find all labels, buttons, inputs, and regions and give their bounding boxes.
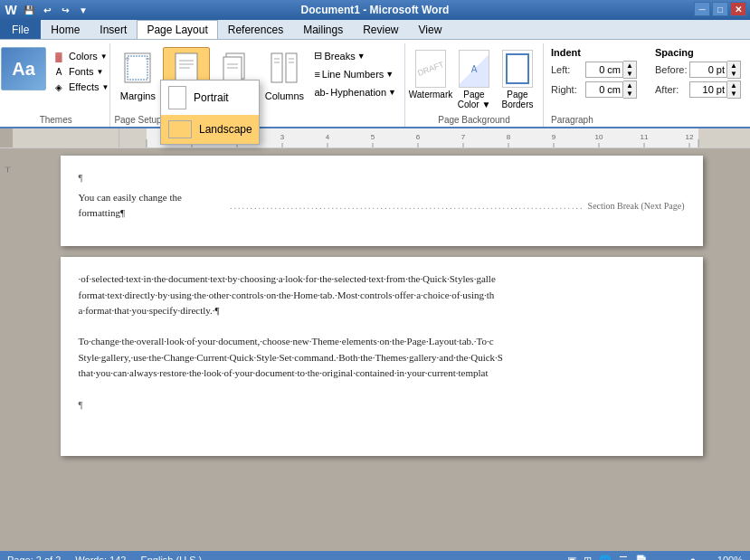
undo-button[interactable]: ↩ [40, 3, 54, 17]
page-background-group: DRAFT Watermark A Page Color ▼ Page Bord… [405, 43, 544, 127]
spacing-before-spinner-buttons: ▲ ▼ [727, 61, 741, 79]
effects-button[interactable]: ◈ Effects ▼ [50, 80, 110, 94]
ribbon-tabs: File Home Insert Page Layout References … [0, 20, 750, 40]
section-break-dots: ........................................… [230, 199, 584, 213]
page2-para2: To·change·the·overall·look·of·your·docum… [79, 334, 685, 382]
indent-left-row: Left: ▲ ▼ [551, 61, 637, 79]
landscape-option[interactable]: Landscape [161, 115, 259, 144]
close-button[interactable]: ✕ [730, 2, 746, 16]
view-mode-outline[interactable]: ☰ [619, 555, 628, 561]
indent-right-spinner: ▲ ▼ [585, 81, 637, 99]
save-button[interactable]: 💾 [22, 3, 36, 17]
svg-text:3: 3 [280, 133, 285, 141]
svg-rect-21 [698, 128, 750, 147]
customize-qat[interactable]: ▼ [76, 3, 90, 17]
indent-left-label: Left: [551, 64, 582, 75]
svg-text:9: 9 [552, 133, 556, 141]
zoom-slider[interactable]: ─────●── [655, 555, 710, 560]
view-mode-full[interactable]: ⊞ [584, 555, 592, 561]
redo-button[interactable]: ↪ [58, 3, 72, 17]
doc-left-margin: ⊢ [0, 148, 13, 551]
word-icon: W [4, 3, 18, 17]
tab-insert[interactable]: Insert [90, 20, 137, 39]
spacing-after-label: After: [655, 84, 686, 95]
window-title: Document1 - Microsoft Word [301, 4, 450, 16]
indent-left-down[interactable]: ▼ [623, 70, 636, 78]
breaks-button[interactable]: ⊟ Breaks ▼ [309, 47, 401, 64]
svg-text:5: 5 [371, 133, 375, 141]
minimize-button[interactable]: ─ [694, 2, 710, 16]
indent-left-spinner-buttons: ▲ ▼ [623, 61, 637, 79]
page-borders-label: Page Borders [501, 90, 533, 109]
svg-text:8: 8 [507, 133, 511, 141]
spacing-section-label: Spacing [655, 47, 741, 58]
line-numbers-icon: ≡ [314, 69, 319, 80]
line-numbers-button[interactable]: ≡ Line Numbers ▼ [309, 66, 401, 82]
tab-view[interactable]: View [409, 20, 452, 39]
svg-text:11: 11 [641, 133, 649, 141]
zoom-level: 100% [717, 555, 743, 560]
margins-button[interactable]: Margins [114, 47, 161, 107]
margins-icon [123, 52, 152, 89]
page-info: Page: 2 of 2 [7, 555, 61, 560]
ruler: 1 2 3 4 5 6 7 8 9 10 11 [0, 128, 750, 148]
spacing-after-row: After: ▲ ▼ [655, 81, 741, 99]
tab-mailings[interactable]: Mailings [293, 20, 353, 39]
indent-left-input[interactable] [585, 62, 623, 78]
view-mode-print[interactable]: ▣ [567, 555, 576, 561]
fonts-dropdown-arrow: ▼ [97, 68, 104, 76]
pages-container[interactable]: ¶ You can easily change the formatting¶ … [13, 148, 750, 551]
themes-button[interactable]: Aa [1, 47, 46, 90]
tab-page-layout[interactable]: Page Layout [137, 20, 217, 39]
restore-button[interactable]: □ [712, 2, 728, 16]
page-2: ·of·selected·text·in·the·document·text·b… [61, 257, 703, 456]
hyphenation-button[interactable]: ab- Hyphenation ▼ [309, 84, 401, 100]
svg-text:6: 6 [416, 133, 421, 141]
page-setup-small-buttons: ⊟ Breaks ▼ ≡ Line Numbers ▼ ab- Hyphenat… [309, 47, 401, 111]
watermark-button[interactable]: DRAFT Watermark [411, 47, 451, 112]
spacing-before-row: Before: ▲ ▼ [655, 61, 741, 79]
spacing-before-up[interactable]: ▲ [727, 62, 740, 70]
tab-review[interactable]: Review [353, 20, 408, 39]
effects-icon: ◈ [52, 81, 66, 93]
portrait-option[interactable]: Portrait [161, 81, 259, 115]
title-bar: W 💾 ↩ ↪ ▼ Document1 - Microsoft Word ─ □… [0, 0, 750, 20]
indent-left-up[interactable]: ▲ [623, 62, 636, 70]
spacing-before-down[interactable]: ▼ [727, 70, 740, 78]
view-mode-draft[interactable]: 📄 [635, 555, 648, 561]
themes-group-label: Themes [40, 115, 72, 125]
indent-right-row: Right: ▲ ▼ [551, 81, 637, 99]
indent-right-up[interactable]: ▲ [623, 81, 636, 90]
tab-file[interactable]: File [0, 20, 41, 39]
hyphenation-arrow: ▼ [388, 88, 396, 97]
indent-section: Indent Left: ▲ ▼ Right: [551, 47, 637, 100]
page-color-button[interactable]: A Page Color ▼ [454, 47, 494, 112]
portrait-label: Portrait [194, 91, 229, 104]
page-borders-button[interactable]: Page Borders [498, 47, 537, 112]
spacing-after-input[interactable] [689, 81, 727, 98]
word-count: Words: 142 [75, 555, 126, 560]
hyphenation-icon: ab- [314, 87, 328, 98]
svg-rect-9 [223, 57, 242, 82]
landscape-icon [168, 120, 192, 138]
tab-references[interactable]: References [218, 20, 293, 39]
colors-button[interactable]: ▓ Colors ▼ [50, 49, 110, 63]
spacing-after-spinner-buttons: ▲ ▼ [727, 81, 741, 99]
tab-home[interactable]: Home [41, 20, 90, 39]
spacing-before-spinner: ▲ ▼ [689, 61, 741, 79]
columns-button[interactable]: Columns [261, 47, 308, 107]
spacing-after-up[interactable]: ▲ [727, 81, 740, 90]
spacing-before-input[interactable] [689, 62, 727, 78]
svg-rect-18 [507, 54, 528, 83]
indent-right-down[interactable]: ▼ [623, 90, 636, 98]
status-bar: Page: 2 of 2 Words: 142 English (U.S.) ▣… [0, 551, 750, 560]
page-color-icon: A [459, 50, 489, 88]
paragraph-group-label: Paragraph [551, 115, 593, 125]
indent-right-label: Right: [551, 84, 582, 95]
indent-right-input[interactable] [585, 81, 623, 98]
breaks-arrow: ▼ [357, 52, 366, 61]
page2-pilcrow: ¶ [79, 397, 685, 413]
fonts-button[interactable]: A Fonts ▼ [50, 64, 110, 79]
spacing-after-down[interactable]: ▼ [727, 90, 740, 98]
view-mode-web[interactable]: 🌐 [599, 555, 612, 561]
